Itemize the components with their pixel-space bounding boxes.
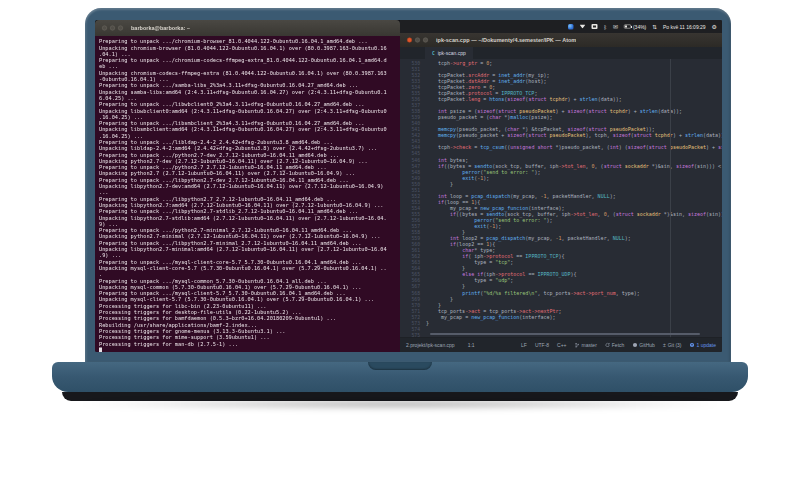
terminal-line: Unpacking mysql-common (5.7.30-0ubuntu0.… [99,284,400,290]
tray-item-mail[interactable]: ✉ [613,24,618,30]
terminal-output[interactable]: Preparing to unpack .../chromium-browser… [95,36,400,352]
mail-icon: ✉ [613,24,618,30]
wrap-guide [670,59,671,338]
terminal-line: Unpacking chromium-codecs-ffmpeg-extra (… [99,69,400,75]
code-lines: 530 tcph->urg_ptr = 0;531532 tcpPacket.s… [400,60,722,338]
status-updates[interactable]: 1 update [690,342,716,348]
code-text: tcpPacket.leng = htons(sizeof(struct tcp… [426,96,622,102]
github-icon [632,343,637,348]
updates-label: 1 update [697,342,716,348]
terminal-line: Unpacking libldap-2.4-2:amd64 (2.4.42+df… [99,145,400,151]
git-branch-label: master [582,342,597,348]
close-button[interactable] [102,26,107,31]
code-text: pseudo_packet = (char *)malloc(psize); [426,114,552,120]
code-text: printf("%d/%s filtered\n", tcp_ports->ac… [426,290,640,296]
terminal-cursor [99,347,102,352]
status-github[interactable]: GitHub [632,342,655,348]
line-ending-label: LF [521,342,527,348]
terminal-line: Unpacking libsmbclient:amd64 (2:4.3.11+d… [99,126,400,132]
terminal-line: Preparing to unpack .../libpython2.7-std… [99,208,400,214]
git-changes-label: Git (3) [668,342,682,348]
cursor-position[interactable]: 1:1 [468,342,475,348]
connectivity-icon: ⇅ [652,24,657,30]
minimize-button[interactable] [110,26,115,31]
tray-item-battery[interactable]: (34%) [624,24,646,30]
code-text: memcpy(pseudo_packet + sizeof(struct pse… [426,133,722,139]
laptop-lid: barborka@barborka: ~ Preparing to unpack… [85,8,731,362]
terminal-line: Preparing to unpack .../libpython2.7-min… [99,240,400,246]
system-tray: ᛒ✉(34%)⇅Po kvě 11 16:09:29⚙ [400,20,722,33]
terminal-lines: Preparing to unpack .../chromium-browser… [99,38,400,352]
tab-ipk-scan[interactable]: C ipk-scan.cpp [425,47,473,59]
tray-item-wifi[interactable] [580,25,586,29]
atom-window-title: ipk-scan.cpp — ~/Dokumenty/4.semester/IP… [436,37,576,43]
code-line: 544 tcph->check = tcp_csum((unsigned sho… [400,145,722,151]
status-git-changes[interactable]: ±Git (3) [663,342,682,348]
status-line-ending[interactable]: LF [521,342,527,348]
tray-item-connectivity[interactable]: ⇅ [652,24,657,30]
tray-item-bluetooth[interactable]: ᛒ [604,24,607,30]
editor-column: ᛒ✉(34%)⇅Po kvě 11 16:09:29⚙ ipk-scan.cpp… [400,20,722,352]
file-path[interactable]: 2.projekt/ipk-scan.cpp [406,342,455,348]
code-text: my_pcap = new_pcap_funcion(interface); [426,314,555,320]
status-grammar[interactable]: C++ [557,342,566,348]
status-git-fetch[interactable]: Fetch [605,342,625,348]
tray-item-keyboard-layout[interactable] [592,24,598,29]
terminal-line: Unpacking libpython2.7-stdlib:amd64 (2.7… [99,214,400,220]
clock-label: Po kvě 11 16:09:29 [663,24,706,30]
git-changes-icon: ± [663,342,666,348]
app-indicator-icon [568,24,574,30]
lid-notch [368,362,432,370]
tray-item-app-indicator[interactable] [568,24,574,30]
terminal-line: Unpacking python2.7-dev (2.7.12-1ubuntu0… [99,158,400,164]
code-text: } [426,181,453,187]
github-label: GitHub [639,342,655,348]
status-encoding[interactable]: UTF-8 [535,342,549,348]
terminal-window: barborka@barborka: ~ Preparing to unpack… [95,20,400,352]
code-line: 542 memcpy(pseudo_packet + sizeof(struct… [400,133,722,139]
terminal-line: Unpacking libpython2.7-dev:amd64 (2.7.12… [99,183,400,189]
laptop-base [52,362,748,392]
terminal-line: Unpacking libwbclient0:amd64 (2:4.3.11+d… [99,107,400,113]
cpp-file-icon: C [432,51,435,56]
git-branch-icon [575,342,580,348]
git-fetch-icon [605,343,610,348]
terminal-window-buttons [102,26,123,31]
screen: barborka@barborka: ~ Preparing to unpack… [95,20,722,352]
tray-item-session-gear[interactable]: ⚙ [712,24,717,30]
terminal-line: Unpacking samba-libs:amd64 (2:4.3.11+dfs… [99,88,400,94]
terminal-line: Unpacking libpython2.7-minimal:amd64 (2.… [99,246,400,252]
horizontal-scrollbar[interactable] [430,333,700,335]
git-fetch-label: Fetch [612,342,625,348]
bluetooth-icon: ᛒ [604,24,607,30]
terminal-line: Preparing to unpack .../chromium-codecs-… [99,57,400,63]
maximize-button[interactable] [423,38,428,43]
terminal-line: Unpacking mysql-client-core-5.7 (5.7.30-… [99,265,400,271]
session-gear-icon: ⚙ [712,24,717,30]
base-shadow [78,399,722,409]
updates-icon [690,343,695,348]
close-button[interactable] [407,38,412,43]
status-git-branch[interactable]: master [575,342,597,348]
terminal-line: Preparing to unpack .../libwbclient0_2%3… [99,101,400,107]
status-bar: 2.projekt/ipk-scan.cpp 1:1 LFUTF-8C++mas… [400,338,722,353]
laptop-mockup: barborka@barborka: ~ Preparing to unpack… [0,0,800,477]
maximize-button[interactable] [118,26,123,31]
tray-item-clock[interactable]: Po kvě 11 16:09:29 [663,24,706,30]
battery-icon [624,25,631,29]
tab-label: ipk-scan.cpp [438,50,466,56]
keyboard-layout-icon [592,24,598,29]
terminal-title: barborka@barborka: ~ [131,25,190,31]
battery-label: (34%) [633,24,646,30]
code-text: tcph->urg_ptr = 0; [426,60,492,66]
terminal-line: Preparing to unpack .../samba-libs_2%3a4… [99,82,400,88]
encoding-label: UTF-8 [535,342,549,348]
terminal-line: Preparing to unpack .../chromium-browser… [99,38,400,44]
minimize-button[interactable] [415,38,420,43]
terminal-titlebar: barborka@barborka: ~ [95,20,400,37]
atom-window-buttons [407,38,428,43]
code-text: tcph->check = tcp_csum((unsigned short *… [426,145,722,151]
code-text: } [426,320,429,326]
terminal-line: Unpacking chromium-browser (81.0.4044.12… [99,44,400,50]
code-editor[interactable]: 530 tcph->urg_ptr = 0;531532 tcpPacket.s… [400,59,722,338]
